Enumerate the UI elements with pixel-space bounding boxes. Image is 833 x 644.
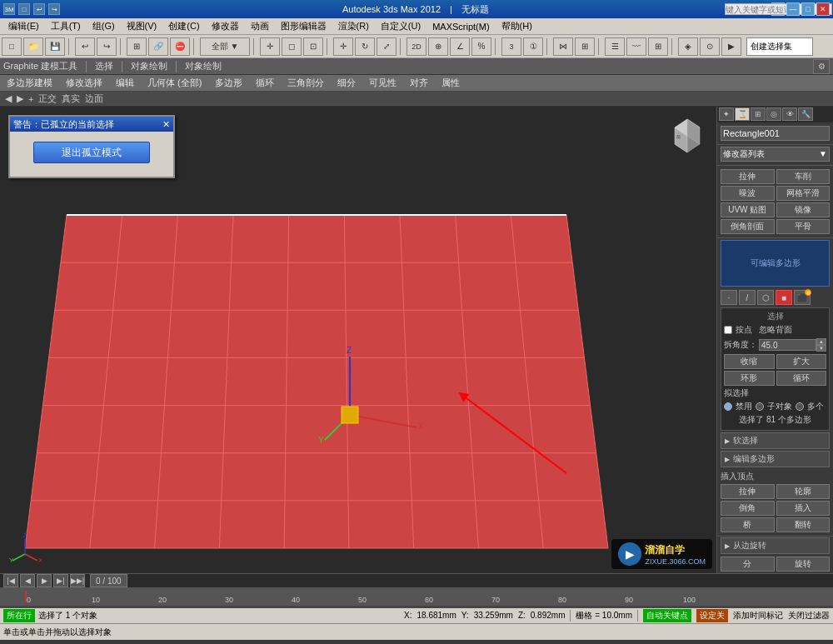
filter-label[interactable]: 关闭过滤器 (788, 610, 830, 622)
mode-indicator[interactable]: 所在行 (3, 609, 35, 622)
polygon-icon[interactable]: ■ (776, 290, 792, 305)
angle-snap-btn[interactable]: ∠ (450, 37, 470, 56)
soft-select-expand[interactable]: 软选择 (721, 432, 830, 449)
bevel-profile-btn[interactable]: 倒角剖面 (721, 219, 775, 234)
open-button[interactable]: 📁 (23, 37, 43, 56)
noise-btn[interactable]: 噪波 (721, 186, 775, 201)
nav-next[interactable]: ▶ (17, 93, 23, 104)
uvw-map-btn[interactable]: UVW 贴图 (721, 202, 775, 217)
play-btn[interactable]: ▶ (37, 574, 52, 587)
st-poly-modeling[interactable]: 多边形建模 (3, 77, 56, 89)
menu-customize[interactable]: 自定义(U) (376, 19, 426, 33)
st-loop[interactable]: 循环 (252, 77, 277, 89)
ring-button[interactable]: 环形 (724, 371, 775, 386)
new-button[interactable]: □ (2, 37, 22, 56)
gizmo-cube[interactable]: 前 (666, 115, 708, 157)
freeform-btn[interactable]: 选择 (95, 60, 113, 72)
auto-key-btn[interactable]: 自动关键点 (643, 609, 691, 622)
save-button[interactable]: 💾 (45, 37, 65, 56)
bottom-btn-2[interactable]: 旋转 (776, 557, 831, 572)
prev-frame-btn[interactable]: ◀ (20, 574, 35, 587)
border-icon[interactable]: ⬡ (757, 290, 774, 305)
extrude-op-btn[interactable]: 拉伸 (721, 484, 775, 499)
scale-button[interactable]: ⤢ (377, 37, 397, 56)
from-edge-expand[interactable]: 从边旋转 (721, 537, 830, 554)
loop-button[interactable]: 循环 (776, 371, 827, 386)
redo-button[interactable]: ↪ (97, 37, 117, 56)
render-btn[interactable]: ▶ (721, 37, 741, 56)
menu-group[interactable]: 组(G) (87, 19, 120, 33)
close-button[interactable]: ✕ (816, 2, 830, 16)
angle-up-btn[interactable]: ▲ (816, 338, 826, 345)
st-modify-sel[interactable]: 修改选择 (62, 77, 106, 89)
mesh-smooth-btn[interactable]: 网格平滑 (776, 186, 831, 201)
bottom-btn-1[interactable]: 分 (721, 557, 775, 572)
shading-mode[interactable]: 真实 (62, 92, 80, 105)
select-filter-dropdown[interactable]: 全部 ▼ (200, 37, 250, 56)
tab-hierarchy[interactable]: ⊞ (751, 107, 766, 121)
tab-modify[interactable]: ⌛ (735, 107, 750, 121)
menu-animation[interactable]: 动画 (246, 19, 274, 33)
angle-down-btn[interactable]: ▼ (816, 345, 826, 352)
angle-input[interactable] (759, 339, 816, 351)
element-icon[interactable]: ⬛ ⚙ (794, 290, 811, 305)
flat-btn[interactable]: 平骨 (776, 219, 831, 234)
named-select-btn[interactable]: ① (523, 37, 543, 56)
menu-view[interactable]: 视图(V) (122, 19, 162, 33)
menu-help[interactable]: 帮助(H) (496, 19, 537, 33)
tab-utilities[interactable]: 🔧 (798, 107, 813, 121)
window-crossing-btn[interactable]: ⊡ (303, 37, 323, 56)
plus-icon[interactable]: + (28, 94, 33, 104)
prev-frame-start-btn[interactable]: |◀ (3, 574, 18, 587)
bevel-op-btn[interactable]: 倒角 (721, 501, 775, 516)
vertex-icon[interactable]: · (721, 290, 737, 305)
window-controls[interactable]: — □ ✕ (771, 2, 830, 16)
multi-radio[interactable] (796, 402, 804, 411)
select-btn[interactable]: 对象绘制 (131, 60, 167, 72)
st-subdivide[interactable]: 细分 (334, 77, 359, 89)
undo-button[interactable]: ↩ (75, 37, 95, 56)
st-align[interactable]: 对齐 (407, 77, 431, 89)
curve-editor-btn[interactable]: 〰 (626, 37, 646, 56)
st-properties[interactable]: 属性 (438, 77, 463, 89)
next-frame-end-btn[interactable]: ▶▶| (70, 574, 85, 587)
edge-mode[interactable]: 边面 (85, 92, 103, 105)
schematic-view-btn[interactable]: ⊞ (648, 37, 668, 56)
insert-btn[interactable]: 插入 (776, 501, 831, 516)
obj-paint-label[interactable]: 对象绘制 (185, 60, 222, 72)
modifier-list-dropdown[interactable]: 修改器列表 ▼ (721, 147, 830, 162)
menu-create[interactable]: 创建(C) (163, 19, 204, 33)
snap-btn[interactable]: ⊕ (428, 37, 448, 56)
add-key-label[interactable]: 添加时间标记 (733, 610, 783, 622)
view-type[interactable]: 正交 (38, 92, 57, 105)
render-setup-btn[interactable]: ⊙ (700, 37, 720, 56)
viewport[interactable]: 警告：已孤立的当前选择 ✕ 退出孤立模式 前 X Y (0, 107, 716, 573)
rotate-button[interactable]: ↻ (355, 37, 375, 56)
editable-poly-section[interactable]: 可编辑多边形 (721, 240, 830, 287)
unlink-button[interactable]: ⛔ (170, 37, 190, 56)
tab-display[interactable]: 👁 (782, 107, 797, 121)
mirror-btn[interactable]: ⋈ (553, 37, 573, 56)
bridge-btn[interactable]: 桥 (721, 517, 775, 532)
revolve-btn[interactable]: 轮廓 (776, 484, 831, 499)
menu-maxscript[interactable]: MAXScript(M) (427, 21, 494, 32)
grow-button[interactable]: 扩大 (776, 354, 827, 369)
st-edit[interactable]: 编辑 (112, 77, 137, 89)
tab-motion[interactable]: ◎ (766, 107, 781, 121)
select-button[interactable]: ⊞ (127, 37, 147, 56)
select-obj-btn[interactable]: ✛ (260, 37, 280, 56)
menu-render[interactable]: 渲染(R) (333, 19, 374, 33)
extrude-btn[interactable]: 拉伸 (721, 169, 775, 184)
by-vertex-checkbox[interactable] (724, 326, 732, 334)
warning-close[interactable]: ✕ (162, 119, 170, 130)
object-name-input[interactable] (721, 126, 830, 141)
st-triangle[interactable]: 三角剖分 (284, 77, 327, 89)
subobj-radio[interactable] (756, 402, 764, 411)
maximize-button[interactable]: □ (801, 2, 815, 16)
next-frame-btn[interactable]: ▶| (53, 574, 68, 587)
lathe-btn[interactable]: 车削 (776, 169, 831, 184)
edit-poly-expand[interactable]: 编辑多边形 (721, 451, 830, 467)
angle-spinner[interactable]: ▲ ▼ (759, 338, 826, 352)
menu-modifier[interactable]: 修改器 (207, 19, 244, 33)
menu-edit[interactable]: 编辑(E) (3, 19, 44, 33)
